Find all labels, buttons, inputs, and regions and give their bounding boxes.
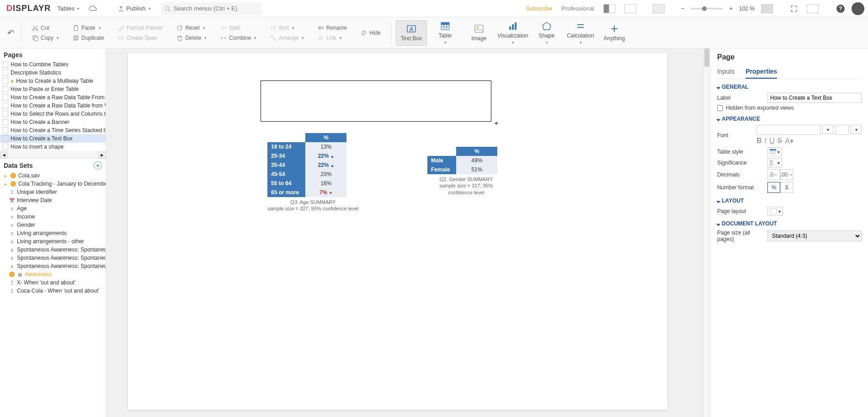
italic-button[interactable]: I xyxy=(765,137,767,145)
dataset-item[interactable]: aLiving arrangements - other xyxy=(0,237,106,246)
split-button: Split xyxy=(218,23,259,32)
label-input[interactable] xyxy=(767,93,862,103)
format-currency[interactable]: $ xyxy=(780,182,793,193)
page-item[interactable]: How to Combine Tables xyxy=(0,60,106,69)
page-item[interactable]: Descriptive Statistics xyxy=(0,69,106,77)
bold-button[interactable]: B xyxy=(756,137,762,145)
new-textbox[interactable] xyxy=(261,80,491,122)
section-appearance[interactable]: APPEARANCE xyxy=(717,116,862,122)
page-item[interactable]: How to Create a Time Series Stacked by Y xyxy=(0,126,106,134)
dataset-item[interactable]: 2Unique Identifier xyxy=(0,188,106,196)
cut-button[interactable]: Cut xyxy=(29,23,62,32)
add-dataset-button[interactable]: + xyxy=(94,161,102,170)
section-doc-layout[interactable]: DOCUMENT LAYOUT xyxy=(717,220,862,227)
insert-visualization[interactable]: Visualization▾ xyxy=(497,20,528,46)
dataset-item[interactable]: oGender xyxy=(0,221,106,229)
dataset-item[interactable]: ▸!Cola.sav xyxy=(0,171,106,180)
dataset-item[interactable]: aSpontaneous Awareness: Spontaneou xyxy=(0,262,106,270)
layout-single-page[interactable] xyxy=(650,2,667,15)
pages-hscroll[interactable]: ◀ ▶ xyxy=(0,151,106,158)
canvas-vscroll[interactable] xyxy=(703,48,710,417)
scroll-left-icon[interactable]: ◀ xyxy=(0,152,7,158)
zoom-out[interactable]: − xyxy=(678,3,687,14)
undo-button[interactable]: ↶ xyxy=(5,27,17,39)
font-size-dropdown[interactable]: ▾ xyxy=(851,125,862,134)
dataset-item[interactable]: 📅Interview Date xyxy=(0,196,106,204)
font-color-button[interactable]: A▾ xyxy=(785,137,793,145)
copy-button[interactable]: Copy▾ xyxy=(29,33,62,43)
datasets-list[interactable]: ▸!Cola.sav▸!Cola Tracking - January to D… xyxy=(0,171,106,417)
dataset-item[interactable]: ▸!Cola Tracking - January to December xyxy=(0,180,106,188)
insert-anything[interactable]: Anything xyxy=(599,20,630,46)
section-general[interactable]: GENERAL xyxy=(717,84,862,90)
insert-image[interactable]: Image xyxy=(463,20,495,46)
significance-select[interactable]: 10↑10↓▾ xyxy=(767,158,782,167)
dataset-item[interactable]: 2X- When 'out and about' xyxy=(0,278,106,287)
hidden-checkbox[interactable] xyxy=(717,105,723,111)
dataset-label: Spontaneous Awareness: Spontaneou xyxy=(17,255,106,261)
insert-table[interactable]: Table▾ xyxy=(430,20,461,46)
dataset-item[interactable]: aSpontaneous Awareness: Spontaneou xyxy=(0,246,106,254)
cloud-icon[interactable] xyxy=(86,4,100,14)
gender-table[interactable]: %Male49%Female51% Q2. Gender SUMMARY sam… xyxy=(427,147,505,196)
paste-button[interactable]: Paste▾ xyxy=(70,23,107,32)
tab-inputs[interactable]: Inputs xyxy=(717,65,735,79)
search-box[interactable] xyxy=(161,2,261,15)
rename-button[interactable]: Rename xyxy=(315,23,350,32)
publish-menu[interactable]: Publish▾ xyxy=(115,3,154,14)
font-family-dropdown[interactable]: ▾ xyxy=(822,125,833,134)
tab-properties[interactable]: Properties xyxy=(746,65,777,79)
zoom-slider[interactable] xyxy=(691,8,723,10)
dataset-item[interactable]: oIncome xyxy=(0,213,106,221)
age-table[interactable]: %18 to 2413%25-3422%35-4422%45-5420%55 t… xyxy=(267,133,359,212)
dataset-item[interactable]: oAge xyxy=(0,204,106,213)
page-item[interactable]: How to insert a shape xyxy=(0,143,106,151)
duplicate-button[interactable]: Duplicate xyxy=(70,33,107,43)
hide-button[interactable]: Hide xyxy=(358,28,383,37)
page-item[interactable]: How to Create a Raw Data Table from Var xyxy=(0,102,106,110)
insert-textbox[interactable]: A Text Box xyxy=(396,20,427,46)
page-layout-select[interactable]: ▾ xyxy=(767,207,783,216)
layout-panels-none[interactable] xyxy=(622,2,639,15)
table-style-select[interactable]: ▾ xyxy=(767,147,782,156)
underline-button[interactable]: U xyxy=(769,137,775,145)
font-family-input[interactable] xyxy=(756,125,820,135)
page-item[interactable]: How to Create a Raw Data Table From a V xyxy=(0,93,106,102)
page-canvas[interactable]: ⌖ %18 to 2413%25-3422%35-4422%45-5420%55… xyxy=(128,53,667,410)
fit-page-icon[interactable] xyxy=(758,2,776,15)
tables-menu[interactable]: Tables▾ xyxy=(54,3,82,14)
decimals-decrease[interactable]: .0← xyxy=(767,169,780,180)
page-item[interactable]: ●How to Create a Multiway Table xyxy=(0,77,106,85)
present-icon[interactable] xyxy=(804,2,821,15)
reset-button[interactable]: Reset▾ xyxy=(174,23,209,32)
combine-button[interactable]: Combine▾ xyxy=(218,33,259,43)
dataset-item[interactable]: aSpontaneous Awareness: Spontaneou xyxy=(0,254,106,262)
insert-calculation[interactable]: Calculation▾ xyxy=(565,20,596,46)
layout-panels-left[interactable] xyxy=(601,2,618,15)
font-size-input[interactable] xyxy=(835,125,849,135)
zoom-in[interactable]: + xyxy=(726,3,735,14)
avatar[interactable] xyxy=(852,2,864,15)
page-item[interactable]: How to Create a Banner xyxy=(0,118,106,126)
page-item[interactable]: How to Create a Text Box xyxy=(0,134,106,143)
delete-button[interactable]: Delete▾ xyxy=(174,33,209,43)
format-percent[interactable]: % xyxy=(767,182,780,193)
page-item[interactable]: How to Select the Rows and Columns to A xyxy=(0,110,106,118)
fullscreen-icon[interactable] xyxy=(788,3,800,14)
subscribe-link[interactable]: Subscribe xyxy=(523,3,555,14)
dataset-item[interactable]: 2Coca-Cola - When 'out and about' xyxy=(0,287,106,295)
page-size-select[interactable]: Standard (4:3) xyxy=(767,230,862,241)
insert-shape[interactable]: Shape▾ xyxy=(531,20,562,46)
scroll-right-icon[interactable]: ▶ xyxy=(98,152,106,158)
decimals-increase[interactable]: .00→ xyxy=(780,169,793,180)
pages-list[interactable]: How to Combine TablesDescriptive Statist… xyxy=(0,60,106,151)
dataset-item[interactable]: !▦Awareness xyxy=(0,270,106,278)
section-layout[interactable]: LAYOUT xyxy=(717,198,862,204)
canvas[interactable]: ⌖ %18 to 2413%25-3422%35-4422%45-5420%55… xyxy=(106,48,710,417)
strike-button[interactable]: S xyxy=(777,137,783,145)
page-item[interactable]: How to Paste or Enter Table xyxy=(0,85,106,93)
dataset-label: Spontaneous Awareness: Spontaneou xyxy=(17,263,106,269)
help-icon[interactable]: ? xyxy=(833,2,848,15)
search-input[interactable] xyxy=(174,5,251,12)
dataset-item[interactable]: oLiving arrangements xyxy=(0,229,106,237)
